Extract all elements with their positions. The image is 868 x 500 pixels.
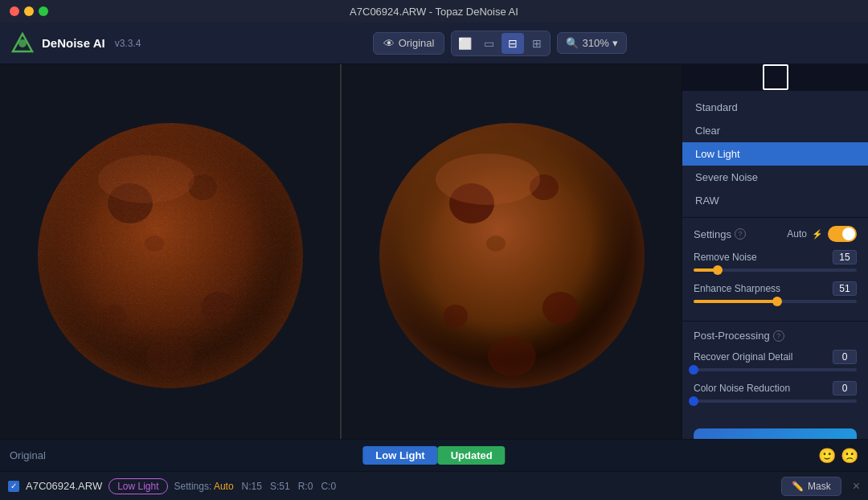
- close-file-button[interactable]: ×: [853, 479, 860, 494]
- logo-area: DeNoise AI v3.3.4: [10, 31, 141, 56]
- processed-panel: [340, 64, 682, 439]
- svg-point-21: [486, 236, 506, 252]
- enhance-sharpness-label-row: Enhance Sharpness 51: [694, 281, 857, 296]
- feedback-buttons: 🙂 🙁: [818, 447, 858, 465]
- recover-detail-thumb[interactable]: [689, 365, 698, 375]
- color-noise-thumb[interactable]: [689, 396, 698, 406]
- view-quad-button[interactable]: ⊞: [526, 33, 548, 54]
- svg-point-1: [18, 39, 27, 47]
- remove-noise-track[interactable]: [694, 268, 857, 272]
- remove-noise-label: Remove Noise: [694, 252, 757, 263]
- sad-emoji-button[interactable]: 🙁: [841, 447, 858, 465]
- lightning-icon: ⚡: [812, 229, 823, 240]
- file-model-badge: Low Light: [108, 478, 167, 494]
- recover-detail-value[interactable]: 0: [833, 350, 857, 364]
- original-label: Original: [10, 449, 46, 461]
- svg-point-18: [542, 292, 578, 324]
- enhance-sharpness-value[interactable]: 51: [833, 281, 857, 296]
- header: DeNoise AI v3.3.4 👁 Original ⬜ ▭ ⊟ ⊞ 🔍 3…: [0, 23, 868, 64]
- minimize-traffic-light[interactable]: [24, 6, 34, 16]
- s-value: 51: [279, 481, 289, 492]
- mask-pencil-icon: ✏️: [792, 481, 804, 492]
- recover-detail-label: Recover Original Detail: [694, 351, 792, 363]
- auto-value-label: Auto: [214, 481, 234, 492]
- model-list: Standard Clear Low Light Severe Noise RA…: [682, 91, 868, 218]
- r-label: R:: [298, 481, 308, 492]
- enhance-sharpness-label: Enhance Sharpness: [694, 283, 780, 294]
- file-settings-label: Settings: Auto N:15 S:51 R:0 C:0: [174, 481, 337, 492]
- remove-noise-thumb[interactable]: [713, 265, 723, 275]
- r-value: 0: [308, 481, 313, 492]
- preview-square-indicator: [763, 64, 788, 90]
- close-traffic-light[interactable]: [10, 6, 19, 16]
- model-item-low-light[interactable]: Low Light: [682, 142, 868, 166]
- n-label: N:: [242, 481, 252, 492]
- model-item-standard[interactable]: Standard: [682, 96, 868, 119]
- original-toggle-button[interactable]: 👁 Original: [373, 32, 445, 55]
- model-item-raw[interactable]: RAW: [682, 189, 868, 212]
- n-value: 15: [252, 481, 262, 492]
- app-name: DeNoise AI: [42, 36, 105, 50]
- titlebar: A7C06924.ARW - Topaz DeNoise AI: [0, 0, 868, 23]
- traffic-lights: [10, 6, 48, 16]
- mask-label: Mask: [808, 481, 831, 492]
- enhance-sharpness-fill: [694, 300, 777, 303]
- remove-noise-label-row: Remove Noise 15: [694, 250, 857, 264]
- settings-prefix: Settings:: [174, 481, 212, 492]
- color-noise-label: Color Noise Reduction: [694, 383, 790, 394]
- enhance-sharpness-track[interactable]: [694, 300, 857, 303]
- status-pill: Updated: [438, 446, 506, 465]
- c-value: 0: [330, 481, 336, 492]
- preview-box: [682, 64, 868, 91]
- model-item-clear[interactable]: Clear: [682, 119, 868, 142]
- auto-label: Auto: [787, 228, 807, 240]
- file-bar: ✓ A7C06924.ARW Low Light Settings: Auto …: [0, 471, 868, 500]
- model-pill: Low Light: [362, 446, 437, 465]
- settings-label: Settings: [694, 228, 731, 240]
- enhance-sharpness-row: Enhance Sharpness 51: [694, 281, 857, 303]
- save-button[interactable]: Save: [694, 428, 857, 439]
- eye-icon: 👁: [383, 37, 395, 50]
- model-item-severe-noise[interactable]: Severe Noise: [682, 166, 868, 189]
- settings-info-icon[interactable]: ?: [735, 228, 746, 240]
- file-checkbox[interactable]: ✓: [8, 481, 19, 492]
- post-processing-label: Post-Processing: [694, 330, 770, 342]
- view-single-button[interactable]: ⬜: [453, 33, 476, 54]
- status-bar: Original Low Light Updated 🙂 🙁: [0, 439, 868, 471]
- post-processing-info-icon[interactable]: ?: [773, 330, 784, 342]
- zoom-chevron-icon: ▾: [612, 37, 618, 49]
- svg-point-22: [436, 154, 540, 205]
- app-version: v3.3.4: [115, 38, 141, 49]
- window-title: A7C06924.ARW - Topaz DeNoise AI: [350, 6, 518, 18]
- processed-moon-image: [342, 64, 682, 439]
- color-noise-label-row: Color Noise Reduction 0: [694, 381, 857, 395]
- zoom-level: 310%: [582, 37, 608, 49]
- zoom-button[interactable]: 🔍 310% ▾: [557, 32, 626, 54]
- view-split-button[interactable]: ⊟: [502, 33, 524, 54]
- svg-point-19: [444, 305, 468, 327]
- recover-detail-track[interactable]: [694, 368, 857, 371]
- color-noise-track[interactable]: [694, 400, 857, 403]
- original-panel: [0, 64, 340, 439]
- settings-section: Settings ? Auto ⚡ Remove Noise 15: [682, 218, 868, 322]
- recover-detail-label-row: Recover Original Detail 0: [694, 350, 857, 364]
- settings-title: Settings ?: [694, 228, 746, 240]
- color-noise-value[interactable]: 0: [833, 381, 857, 395]
- auto-toggle-switch[interactable]: [828, 226, 857, 242]
- mask-button[interactable]: ✏️ Mask: [781, 477, 841, 496]
- header-controls: 👁 Original ⬜ ▭ ⊟ ⊞ 🔍 310% ▾: [141, 31, 858, 56]
- happy-emoji-button[interactable]: 🙂: [818, 447, 836, 465]
- image-area: [0, 64, 682, 439]
- post-processing-section: Post-Processing ? Recover Original Detai…: [682, 322, 868, 420]
- settings-header: Settings ? Auto ⚡: [694, 226, 857, 242]
- svg-point-20: [488, 336, 536, 376]
- maximize-traffic-light[interactable]: [39, 6, 48, 16]
- auto-toggle: Auto ⚡: [787, 226, 857, 242]
- bottom-area: Original Low Light Updated 🙂 🙁 ✓ A7C0692…: [0, 439, 868, 500]
- remove-noise-value[interactable]: 15: [833, 250, 857, 264]
- enhance-sharpness-thumb[interactable]: [772, 297, 782, 306]
- app-logo-icon: [10, 31, 35, 56]
- view-sidebyside-button[interactable]: ▭: [477, 33, 500, 54]
- main-content: Standard Clear Low Light Severe Noise RA…: [0, 64, 868, 439]
- c-label: C:: [321, 481, 330, 492]
